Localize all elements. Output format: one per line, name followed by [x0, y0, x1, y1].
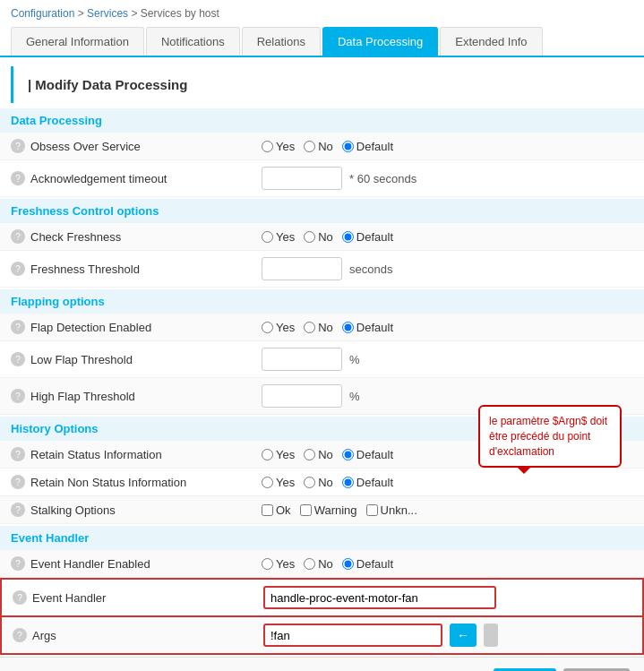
- page-title: | Modify Data Processing: [11, 66, 633, 103]
- field-retain-status: ? Retain Status Information Yes No Defau…: [0, 441, 644, 469]
- section-header-freshness: Freshness Control options: [0, 199, 644, 223]
- section-header-flapping: Flapping options: [0, 289, 644, 314]
- radio-retain-non-default[interactable]: Default: [342, 476, 393, 489]
- field-freshness-threshold: ? Freshness Threshold seconds: [0, 251, 644, 288]
- help-icon-threshold[interactable]: ?: [11, 262, 25, 276]
- control-freshness: Yes No Default: [262, 230, 633, 244]
- checkbox-stalking-unknown[interactable]: Unkn...: [366, 503, 417, 517]
- label-eh-enabled: Event Handler Enabled: [30, 557, 150, 571]
- section-flapping: Flapping options ? Flap Detection Enable…: [0, 289, 644, 415]
- field-low-flap: ? Low Flap Threshold %: [0, 341, 644, 378]
- radio-eh-yes[interactable]: Yes: [262, 557, 295, 571]
- control-retain-non: Yes No Default: [262, 476, 633, 489]
- section-history: History Options ? Retain Status Informat…: [0, 417, 644, 524]
- tab-notifications[interactable]: Notifications: [146, 27, 240, 56]
- control-eh-value: [263, 586, 631, 609]
- radio-retain-default[interactable]: Default: [342, 448, 393, 461]
- footer-buttons: Save Reset: [0, 657, 644, 671]
- field-ack-timeout: ? Acknowledgement timeout * 60 seconds: [0, 160, 644, 197]
- help-icon-obsess[interactable]: ?: [11, 139, 25, 153]
- radio-freshness-yes[interactable]: Yes: [262, 230, 295, 244]
- breadcrumb-configuration[interactable]: Configuration: [11, 7, 74, 20]
- help-icon-retain-non[interactable]: ?: [11, 475, 25, 489]
- field-check-freshness: ? Check Freshness Yes No Default: [0, 223, 644, 251]
- input-high-flap[interactable]: [262, 384, 342, 408]
- tab-relations[interactable]: Relations: [242, 27, 321, 56]
- section-event-handler: Event Handler ? Event Handler Enabled Ye…: [0, 526, 644, 655]
- tab-bar: General Information Notifications Relati…: [0, 27, 644, 57]
- tab-data-processing[interactable]: Data Processing: [322, 27, 438, 56]
- input-args[interactable]: [263, 624, 442, 647]
- label-freshness: Check Freshness: [30, 230, 121, 244]
- field-event-handler-value: ? Event Handler: [0, 578, 644, 617]
- tab-extended-info[interactable]: Extended Info: [440, 27, 542, 56]
- field-obsess-over-service: ? Obsess Over Service Yes No Default: [0, 133, 644, 160]
- section-header-data-processing: Data Processing: [0, 108, 644, 133]
- control-stalking: Ok Warning Unkn...: [262, 503, 633, 517]
- field-event-handler-enabled: ? Event Handler Enabled Yes No Default: [0, 550, 644, 578]
- radio-obsess-no[interactable]: No: [304, 140, 333, 153]
- input-event-handler[interactable]: [263, 586, 496, 609]
- checkbox-stalking-ok[interactable]: Ok: [262, 503, 291, 517]
- field-args: ? Args ←: [0, 617, 644, 655]
- label-retain-non: Retain Non Status Information: [30, 476, 186, 489]
- radio-retain-non-no[interactable]: No: [304, 476, 333, 489]
- label-retain-status: Retain Status Information: [30, 448, 162, 461]
- args-extra-button[interactable]: [484, 624, 498, 647]
- help-icon-eh-value[interactable]: ?: [13, 590, 27, 605]
- label-high-flap: High Flap Threshold: [30, 390, 135, 403]
- help-icon-high-flap[interactable]: ?: [11, 389, 25, 403]
- input-freshness-threshold[interactable]: [262, 257, 342, 280]
- callout-message: le paramètre $Argn$ doit être précédé du…: [478, 405, 622, 468]
- field-retain-non-status: ? Retain Non Status Information Yes No D…: [0, 469, 644, 496]
- radio-obsess-yes[interactable]: Yes: [262, 140, 295, 153]
- breadcrumb-services[interactable]: Services: [87, 7, 128, 20]
- radio-flap-yes[interactable]: Yes: [262, 321, 295, 334]
- label-stalking: Stalking Options: [30, 503, 116, 517]
- label-eh-value: Event Handler: [32, 591, 106, 605]
- help-icon-eh-enabled[interactable]: ?: [11, 556, 25, 571]
- help-icon-flap[interactable]: ?: [11, 320, 25, 334]
- radio-flap-default[interactable]: Default: [342, 321, 393, 334]
- args-arrow-button[interactable]: ←: [450, 624, 477, 647]
- radio-retain-no[interactable]: No: [304, 448, 333, 461]
- section-data-processing: Data Processing ? Obsess Over Service Ye…: [0, 108, 644, 197]
- checkbox-stalking-warning[interactable]: Warning: [300, 503, 357, 517]
- field-stalking: ? Stalking Options Ok Warning Unkn...: [0, 496, 644, 524]
- control-threshold: seconds: [262, 257, 633, 280]
- radio-freshness-no[interactable]: No: [304, 230, 333, 244]
- control-ack: * 60 seconds: [262, 167, 633, 190]
- unit-high-flap: %: [349, 390, 360, 403]
- control-low-flap: %: [262, 348, 633, 371]
- radio-freshness-default[interactable]: Default: [342, 230, 393, 244]
- tab-general-information[interactable]: General Information: [11, 27, 144, 56]
- unit-threshold: seconds: [349, 262, 392, 276]
- help-icon-retain-status[interactable]: ?: [11, 447, 25, 461]
- radio-eh-default[interactable]: Default: [342, 557, 393, 571]
- input-ack-timeout[interactable]: [262, 167, 342, 190]
- control-eh-enabled: Yes No Default: [262, 557, 633, 571]
- help-icon-freshness[interactable]: ?: [11, 229, 25, 244]
- label-low-flap: Low Flap Threshold: [30, 353, 133, 366]
- help-icon-ack[interactable]: ?: [11, 171, 25, 185]
- control-args: ←: [263, 624, 631, 647]
- radio-retain-yes[interactable]: Yes: [262, 448, 295, 461]
- radio-flap-no[interactable]: No: [304, 321, 333, 334]
- label-args: Args: [32, 629, 56, 642]
- radio-obsess-default[interactable]: Default: [342, 140, 393, 153]
- label-flap: Flap Detection Enabled: [30, 321, 151, 334]
- unit-ack: * 60 seconds: [349, 172, 416, 185]
- label-threshold: Freshness Threshold: [30, 262, 140, 276]
- radio-retain-non-yes[interactable]: Yes: [262, 476, 295, 489]
- label-obsess: Obsess Over Service: [30, 140, 141, 153]
- help-icon-low-flap[interactable]: ?: [11, 352, 25, 366]
- help-icon-stalking[interactable]: ?: [11, 503, 25, 517]
- input-low-flap[interactable]: [262, 348, 342, 371]
- field-flap-detection: ? Flap Detection Enabled Yes No Default: [0, 314, 644, 341]
- section-freshness: Freshness Control options ? Check Freshn…: [0, 199, 644, 288]
- help-icon-args[interactable]: ?: [13, 628, 27, 642]
- breadcrumb: Configuration > Services > Services by h…: [0, 0, 644, 27]
- section-header-event-handler: Event Handler: [0, 526, 644, 550]
- breadcrumb-current: Services by host: [141, 7, 219, 20]
- radio-eh-no[interactable]: No: [304, 557, 333, 571]
